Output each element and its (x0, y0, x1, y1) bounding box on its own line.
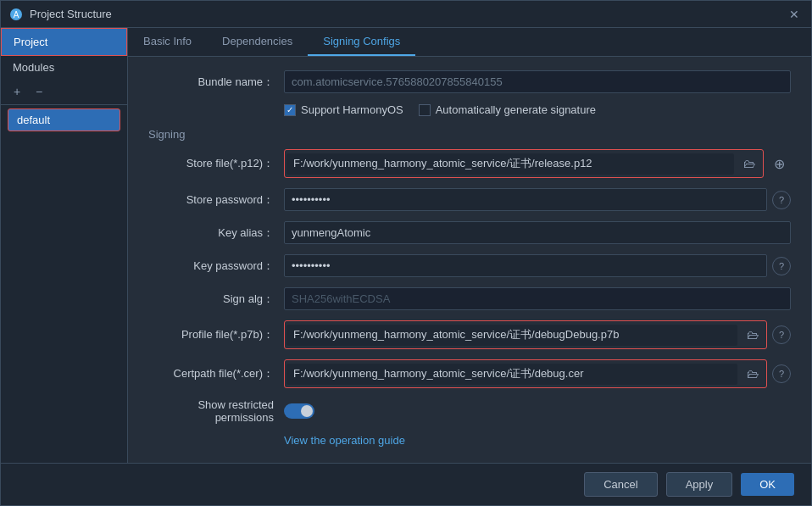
toggle-knob (301, 405, 313, 417)
title-bar: A Project Structure ✕ (1, 1, 811, 28)
store-password-label: Store password： (148, 192, 284, 208)
key-password-input[interactable] (284, 254, 767, 277)
bundle-name-row: Bundle name： (148, 70, 791, 93)
store-file-input[interactable] (286, 153, 734, 175)
store-password-row: Store password： ? (148, 188, 791, 211)
key-password-label: Key password： (148, 259, 284, 274)
profile-file-folder-button[interactable]: 🗁 (741, 323, 765, 347)
sidebar: Project Modules + − default (1, 28, 128, 463)
certpath-file-input-group: 🗁 (286, 362, 765, 386)
key-password-row: Key password： ? (148, 254, 791, 277)
dialog-title: Project Structure (30, 8, 786, 20)
store-file-label: Store file(*.p12)： (148, 156, 284, 171)
signing-section-label: Signing (148, 128, 791, 141)
main-content: Basic Info Dependencies Signing Configs … (128, 28, 811, 463)
tab-basic-info[interactable]: Basic Info (128, 28, 207, 56)
form-area: Bundle name： ✓ Support HarmonyOS Automat… (128, 57, 811, 463)
view-guide-link[interactable]: View the operation guide (284, 434, 405, 447)
auto-signature-checkbox[interactable]: Automatically generate signature (419, 103, 596, 116)
auto-signature-box (419, 104, 431, 116)
cancel-button[interactable]: Cancel (584, 472, 657, 497)
profile-file-highlighted: 🗁 (284, 320, 767, 349)
certpath-file-highlighted: 🗁 (284, 359, 767, 388)
store-file-input-group: 🗁 (286, 152, 761, 175)
dialog-body: Project Modules + − default Basic Info D… (1, 28, 811, 463)
tabs-bar: Basic Info Dependencies Signing Configs (128, 28, 811, 57)
add-config-button[interactable]: + (8, 82, 26, 101)
profile-file-row: Profile file(*.p7b)： 🗁 ? (148, 320, 791, 349)
remove-config-button[interactable]: − (30, 82, 48, 101)
bundle-name-label: Bundle name： (148, 75, 284, 90)
sign-alg-label: Sign alg： (148, 292, 284, 307)
auto-signature-label: Automatically generate signature (436, 103, 596, 116)
dialog-footer: Cancel Apply OK (1, 463, 811, 505)
show-restricted-label: Show restricted permissions (148, 398, 284, 424)
tab-signing-configs[interactable]: Signing Configs (308, 28, 415, 56)
store-file-row: Store file(*.p12)： 🗁 ⊕ (148, 149, 791, 178)
store-file-highlighted: 🗁 (284, 149, 764, 178)
key-alias-label: Key alias： (148, 225, 284, 241)
tab-dependencies[interactable]: Dependencies (207, 28, 308, 56)
profile-file-label: Profile file(*.p7b)： (148, 327, 284, 342)
show-restricted-toggle[interactable] (284, 403, 314, 419)
app-icon: A (9, 8, 23, 21)
wifi-icon: ⊕ (767, 152, 791, 175)
store-file-folder-button[interactable]: 🗁 (737, 152, 761, 175)
support-harmonyos-label: Support HarmonyOS (301, 103, 403, 116)
certpath-file-label: Certpath file(*.cer)： (148, 366, 284, 381)
key-alias-row: Key alias： (148, 221, 791, 244)
sign-alg-row: Sign alg： (148, 287, 791, 310)
apply-button[interactable]: Apply (666, 472, 733, 497)
view-guide-row: View the operation guide (148, 434, 791, 447)
certpath-file-row: Certpath file(*.cer)： 🗁 ? (148, 359, 791, 388)
sidebar-toolbar: + − (1, 79, 127, 105)
key-alias-input[interactable] (284, 221, 791, 244)
support-harmonyos-checkbox[interactable]: ✓ Support HarmonyOS (284, 103, 403, 116)
sign-alg-input (284, 287, 791, 310)
certpath-file-help-button[interactable]: ? (772, 364, 791, 383)
profile-file-input-group: 🗁 (286, 323, 765, 347)
store-password-help-button[interactable]: ? (772, 191, 791, 209)
sidebar-item-modules[interactable]: Modules (1, 56, 127, 79)
bundle-name-input[interactable] (284, 70, 791, 93)
support-harmonyos-box: ✓ (284, 104, 296, 116)
ok-button[interactable]: OK (741, 473, 794, 496)
show-restricted-row: Show restricted permissions (148, 398, 791, 424)
project-structure-dialog: A Project Structure ✕ Project Modules + … (0, 0, 812, 506)
svg-text:A: A (14, 10, 19, 19)
default-config-item[interactable]: default (8, 108, 120, 131)
key-password-help-button[interactable]: ? (772, 257, 791, 275)
certpath-file-input[interactable] (286, 364, 737, 385)
store-password-input[interactable] (284, 188, 767, 211)
sidebar-item-project[interactable]: Project (1, 28, 127, 56)
check-icon: ✓ (286, 105, 293, 114)
certpath-file-folder-button[interactable]: 🗁 (741, 362, 765, 386)
close-button[interactable]: ✕ (786, 6, 803, 23)
checkbox-row: ✓ Support HarmonyOS Automatically genera… (148, 103, 791, 116)
profile-file-help-button[interactable]: ? (772, 325, 791, 344)
profile-file-input[interactable] (286, 325, 737, 346)
